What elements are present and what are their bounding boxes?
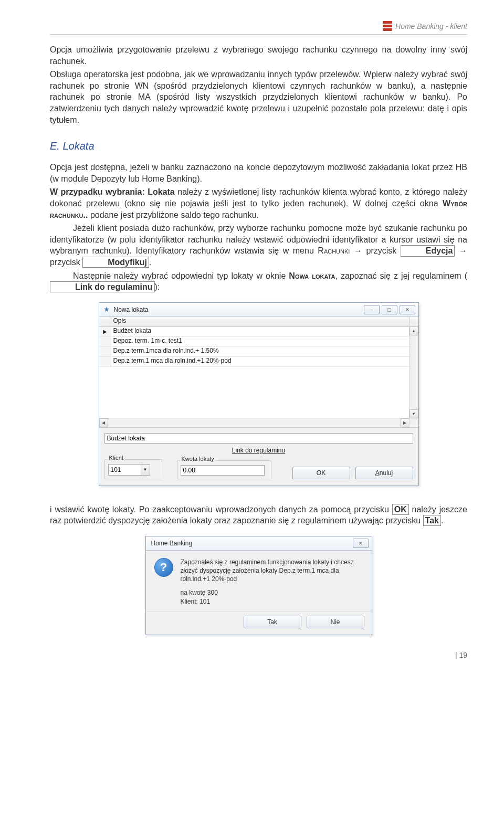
lokata-p3: Jeżeli klient posiada dużo rachunków, pr… [50, 223, 467, 268]
cell-opis: Budżet lokata [111, 327, 410, 336]
arrow-icon: → [459, 246, 467, 255]
window-icon [102, 305, 111, 314]
column-header-opis[interactable]: Opis [111, 317, 410, 326]
lokata-p4-c: , zapoznać się z jej regulaminem ( [335, 271, 467, 280]
table-row[interactable]: Dep.z term.1mca dla roln.ind.+ 1.50% [99, 347, 418, 357]
after-a: i wstawić kwotę lokaty. Po zaakceptowani… [50, 505, 392, 514]
close-button[interactable]: ✕ [353, 539, 369, 548]
lokata-p4: Następnie należy wybrać odpowiedni typ l… [50, 270, 467, 293]
yes-button[interactable]: Tak [244, 616, 301, 628]
header-title: Home Banking - klient [395, 22, 467, 30]
titlebar[interactable]: Home Banking ✕ [146, 536, 372, 551]
page-number: | 19 [50, 651, 467, 659]
edycja-button-ref: Edycja [401, 245, 455, 256]
lokata-p2-bold: W przypadku wybrania: Lokata [50, 187, 175, 196]
tak-button-ref: Tak [423, 515, 441, 526]
lokata-p3-sc: Rachunki [318, 246, 350, 255]
cell-opis: Depoz. term. 1m-c. test1 [111, 337, 410, 346]
klient-combo[interactable]: 101 ▼ [108, 464, 150, 476]
scrollbar-horizontal[interactable]: ◀ ▶ [99, 418, 410, 427]
confirm-dialog: Home Banking ✕ ? Zapoznałeś się z regula… [145, 536, 372, 635]
window-title: Nowa lokata [114, 306, 361, 313]
lokata-p3-mid1: przycisk [366, 246, 401, 255]
lokata-p3-mid2: przycisk [50, 258, 82, 267]
chevron-down-icon[interactable]: ▼ [141, 465, 150, 475]
scroll-down-icon[interactable]: ▼ [410, 409, 418, 418]
scroll-up-icon[interactable]: ▲ [410, 326, 418, 335]
selected-lokata-input[interactable] [104, 433, 413, 444]
logo-icon [383, 21, 392, 31]
modyfikuj-button-ref: Modyfikuj [82, 257, 149, 268]
minimize-button[interactable]: ─ [364, 305, 380, 314]
link-do-regulaminu-ref: Link do regulaminu [50, 281, 155, 292]
arrow-icon: → [354, 246, 362, 255]
cell-opis: Dep.z term.1 mca dla roln.ind.+1 20%-pod [111, 357, 410, 366]
lokata-p4-a: Następnie należy wybrać odpowiedni typ l… [73, 271, 289, 280]
lokata-grid[interactable]: Opis ▶ Budżet lokata Depoz. term. 1m-c. … [99, 317, 418, 428]
lokata-p4-winname: Nowa lokata [289, 271, 335, 280]
table-row[interactable]: ▶ Budżet lokata [99, 327, 418, 337]
klient-value: 101 [109, 466, 141, 473]
dialog-text-1: Zapoznałeś się z regulaminem funkcjonowa… [181, 558, 363, 584]
titlebar[interactable]: Nowa lokata ─ ▢ ✕ [99, 303, 418, 317]
lokata-p2: W przypadku wybrania: Lokata należy z wy… [50, 186, 467, 220]
scroll-left-icon[interactable]: ◀ [99, 418, 108, 427]
question-icon: ? [154, 558, 173, 577]
cell-opis: Dep.z term.1mca dla roln.ind.+ 1.50% [111, 347, 410, 356]
link-do-regulaminu[interactable]: Link do regulaminu [104, 447, 413, 454]
lokata-p1: Opcja jest dostępna, jeżeli w banku zazn… [50, 162, 467, 184]
scrollbar-vertical[interactable]: ▲ ▼ [409, 326, 418, 418]
scroll-right-icon[interactable]: ▶ [401, 418, 410, 427]
page-header: Home Banking - klient [50, 21, 467, 35]
lokata-p2-tail: podane jest przybliżone saldo tego rachu… [88, 210, 259, 219]
lokata-p4-d: ): [155, 282, 160, 291]
cancel-button[interactable]: Anuluj [355, 467, 413, 479]
table-row[interactable]: Depoz. term. 1m-c. test1 [99, 337, 418, 347]
ok-button[interactable]: OK [292, 467, 350, 479]
row-pointer-icon: ▶ [103, 329, 107, 334]
section-heading-e: E. Lokata [50, 140, 467, 152]
after-paragraph: i wstawić kwotę lokaty. Po zaakceptowani… [50, 504, 467, 526]
paragraph-1: Opcja umożliwia przygotowanie przelewu z… [50, 44, 467, 67]
table-row[interactable]: Dep.z term.1 mca dla roln.ind.+1 20%-pod [99, 357, 418, 367]
dialog-title: Home Banking [149, 540, 350, 547]
nowa-lokata-window: Nowa lokata ─ ▢ ✕ Opis ▶ Budżet lokata D… [99, 302, 419, 486]
dialog-text-2: na kwotę 300 [181, 588, 363, 597]
no-button[interactable]: Nie [307, 616, 364, 628]
paragraph-2: Obsługa operatorska jest podobna, jak we… [50, 69, 467, 125]
scroll-corner [409, 418, 418, 427]
kwota-lokaty-input[interactable] [181, 465, 265, 476]
maximize-button[interactable]: ▢ [382, 305, 397, 314]
kwota-lokaty-label: Kwota lokaty [180, 456, 216, 462]
ok-button-ref: OK [392, 504, 409, 515]
klient-label: Klient [108, 455, 125, 461]
close-button[interactable]: ✕ [400, 305, 415, 314]
dialog-text-3: Klient: 101 [181, 597, 363, 606]
